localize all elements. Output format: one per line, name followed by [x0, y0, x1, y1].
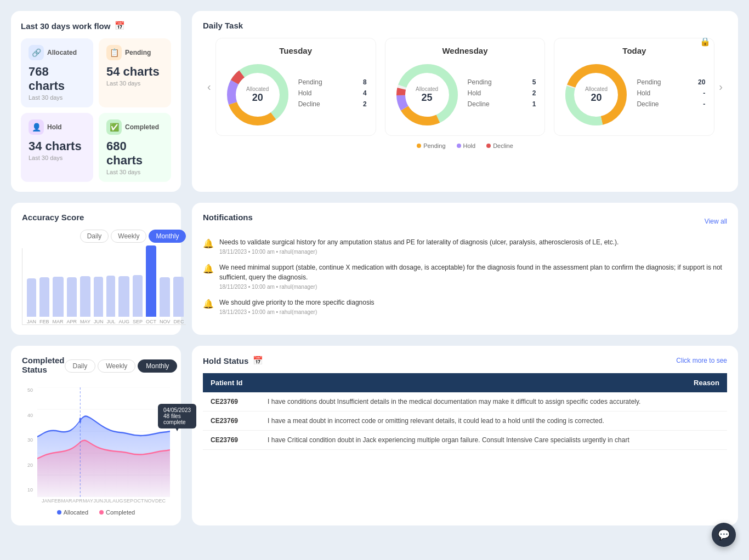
bar-col-aug: AUG — [118, 276, 129, 324]
completed-tab-row: Daily Weekly Monthly — [65, 359, 178, 373]
chat-icon: 💬 — [718, 529, 730, 536]
carousel-prev-button[interactable]: ‹ — [203, 81, 215, 93]
completed-tab-weekly[interactable]: Weekly — [98, 359, 135, 373]
allocated-icon: 🔗 — [29, 45, 44, 60]
pending-card: 📋 Pending 54 charts Last 30 days — [99, 38, 171, 107]
completed-tab-daily[interactable]: Daily — [65, 359, 96, 373]
tab-daily[interactable]: Daily — [80, 230, 109, 243]
notifications-header: Notifications View all — [203, 213, 727, 230]
completed-legend: Allocated Completed — [22, 509, 170, 516]
accuracy-panel: Accuracy Score Daily Weekly Monthly JANF… — [11, 203, 181, 335]
pending-icon: 📋 — [106, 45, 122, 60]
daily-task-title: Daily Task — [203, 21, 727, 30]
notifications-title: Notifications — [203, 213, 253, 222]
workflow-stat-grid: 🔗 Allocated 768 charts Last 30 days 📋 Pe… — [21, 38, 171, 182]
notification-item: 🔔 We should give priority to the more sp… — [203, 298, 727, 315]
notification-item: 🔔 Needs to validate surgical history for… — [203, 237, 727, 255]
bar-col-sep: SEP — [133, 275, 143, 324]
hold-status-header: Hold Status 📅 Click more to see — [203, 356, 727, 365]
day-stats-wednesday: Pending5 Hold2 Decline1 — [468, 78, 536, 111]
day-card-tuesday: Tuesday — [215, 38, 376, 136]
day-cards-container: Tuesday — [215, 38, 715, 136]
bar-col-apr: APR — [67, 277, 77, 324]
reason: I have a meat doubt in incorrect code or… — [260, 412, 727, 431]
hold-calendar-icon: 📅 — [253, 356, 263, 365]
notifications-panel: Notifications View all 🔔 Needs to valida… — [192, 203, 738, 335]
bar-col-dec: DEC — [173, 277, 184, 324]
completed-status-title: Completed Status — [22, 356, 65, 374]
completed-tab-monthly[interactable]: Monthly — [138, 359, 177, 373]
hold-card: 👤 Hold 34 charts Last 30 days — [21, 113, 93, 182]
completed-icon: ✅ — [106, 119, 122, 135]
accuracy-chart-area: Daily Weekly Monthly JANFEBMARAPRMAYJUNJ… — [22, 230, 186, 325]
bar-col-jun: JUN — [94, 277, 104, 324]
patient-id: CE23769 — [203, 431, 260, 450]
bell-icon: 🔔 — [203, 299, 214, 315]
table-row: CE23769 I have a meat doubt in incorrect… — [203, 412, 727, 431]
bar-col-jul: JUL — [106, 276, 115, 324]
daily-task-panel: Daily Task ‹ Tuesday — [192, 11, 738, 192]
day-stats-tuesday: Pending8 Hold4 Decline2 — [298, 78, 367, 111]
bell-icon: 🔔 — [203, 238, 214, 255]
accuracy-tab-row: Daily Weekly Monthly — [22, 230, 186, 243]
bar-col-oct: OCT — [146, 245, 156, 324]
col-patient-id: Patient Id — [203, 373, 260, 392]
click-more-link[interactable]: Click more to see — [676, 357, 727, 364]
bar-col-mar: MAR — [53, 277, 64, 324]
hold-status-title: Hold Status 📅 — [203, 356, 263, 365]
table-row: CE23769 I have conditions doubt Insuffic… — [203, 392, 727, 412]
day-card-today: 🔒 Today Allocated 20 — [554, 38, 714, 136]
notification-item: 🔔 We need minimal support (stable, conti… — [203, 262, 727, 290]
donut-wednesday: Allocated 25 — [394, 62, 460, 128]
carousel-next-button[interactable]: › — [714, 81, 727, 93]
reason: I have Critical condition doubt in Jack … — [260, 431, 727, 450]
daily-task-carousel: ‹ Tuesday — [203, 38, 727, 136]
hold-status-panel: Hold Status 📅 Click more to see Patient … — [192, 346, 738, 525]
patient-id: CE23769 — [203, 392, 260, 412]
donut-today: Allocated 20 — [563, 62, 629, 128]
calendar-icon: 📅 — [115, 21, 125, 31]
donut-tuesday: Allocated 20 — [225, 62, 291, 128]
reason: I have conditions doubt Insufficient det… — [260, 392, 727, 412]
completed-area-chart: 04/05/2023 48 files complete — [37, 387, 170, 497]
bar-col-feb: FEB — [39, 277, 49, 324]
notifications-list: 🔔 Needs to validate surgical history for… — [203, 237, 727, 315]
bar-col-nov: NOV — [160, 277, 171, 324]
patient-id: CE23769 — [203, 412, 260, 431]
view-all-link[interactable]: View all — [705, 218, 727, 225]
workflow-panel: Last 30 days work flow 📅 🔗 Allocated 768… — [11, 11, 181, 192]
accuracy-title: Accuracy Score — [22, 213, 170, 222]
bar-col-may: MAY — [80, 276, 90, 324]
bar-col-jan: JAN — [27, 278, 36, 324]
completed-x-axis: JANFEBMARAPRMAY JUNJULAUGSEPOCT NOVDEC — [37, 498, 170, 504]
completed-status-panel: Completed Status Daily Weekly Monthly 50… — [11, 346, 181, 525]
accuracy-bar-chart: JANFEBMARAPRMAYJUNJULAUGSEPOCTNOVDEC — [22, 248, 186, 325]
workflow-title: Last 30 days work flow 📅 — [21, 21, 171, 31]
tab-monthly[interactable]: Monthly — [149, 230, 186, 243]
lock-icon: 🔒 — [700, 38, 711, 47]
daily-task-legend: Pending Hold Decline — [203, 142, 727, 149]
day-card-wednesday: Wednesday Allocated — [385, 38, 546, 136]
hold-icon: 👤 — [29, 119, 44, 135]
hold-status-table: Patient Id Reason CE23769 I have conditi… — [203, 373, 727, 450]
allocated-card: 🔗 Allocated 768 charts Last 30 days — [21, 38, 93, 107]
completed-card: ✅ Completed 680 charts Last 30 days — [99, 113, 171, 182]
bell-icon: 🔔 — [203, 264, 214, 290]
col-reason: Reason — [260, 373, 727, 392]
table-row: CE23769 I have Critical condition doubt … — [203, 431, 727, 450]
tab-weekly[interactable]: Weekly — [111, 230, 146, 243]
day-stats-today: Pending20 Hold- Decline- — [637, 78, 705, 111]
